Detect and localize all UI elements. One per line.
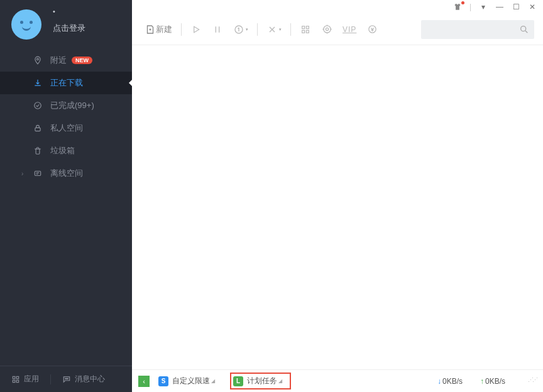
pause-icon xyxy=(212,24,223,35)
statusbar: ‹ S 自定义限速 ◢ L 计划任务 ◢ ↓0KB/s ↑0KB/s ⋰⋰ xyxy=(132,369,543,392)
priority-button[interactable]: ▾ xyxy=(229,21,252,38)
location-icon xyxy=(33,55,43,65)
svg-point-1 xyxy=(35,102,41,109)
sidebar-item-private[interactable]: 私人空间 xyxy=(0,117,132,139)
chevron-right-icon: › xyxy=(21,170,23,177)
profile-area[interactable]: • 点击登录 xyxy=(0,0,132,49)
download-speed: ↓0KB/s xyxy=(437,377,463,386)
new-task-button[interactable]: 新建 xyxy=(141,21,176,38)
new-badge: NEW xyxy=(72,57,92,64)
grid-icon xyxy=(11,375,20,384)
sidebar-item-label: 已完成(99+) xyxy=(50,100,94,111)
collapse-button[interactable]: ‹ xyxy=(138,376,150,387)
x-icon xyxy=(266,24,278,35)
maximize-button[interactable]: ☐ xyxy=(512,3,520,11)
sidebar-item-label: 私人空间 xyxy=(50,122,83,134)
svg-rect-15 xyxy=(306,30,309,33)
schedule-icon: L xyxy=(233,376,243,386)
svg-point-9 xyxy=(66,378,67,379)
svg-point-19 xyxy=(521,26,526,31)
toolbar: 新建 ▾ ▾ VIP xyxy=(132,14,543,45)
coin-button[interactable] xyxy=(363,21,381,38)
profile-dot: • xyxy=(53,8,85,15)
sidebar-item-label: 正在下载 xyxy=(50,77,83,89)
trash-icon xyxy=(33,146,43,156)
plus-file-icon xyxy=(145,24,156,35)
svg-rect-7 xyxy=(16,380,19,383)
sidebar-bottom: 应用 消息中心 xyxy=(0,366,132,392)
highlighted-area: L 计划任务 ◢ xyxy=(230,373,291,389)
speed-limit-button[interactable]: S 自定义限速 ◢ xyxy=(158,376,215,386)
divider xyxy=(290,23,291,36)
corner-icon: ◢ xyxy=(211,378,215,384)
vip-button[interactable]: VIP xyxy=(339,23,360,36)
search-icon xyxy=(519,24,529,35)
divider xyxy=(50,374,51,384)
gear-icon xyxy=(321,24,332,35)
menu-icon[interactable]: ▾ xyxy=(479,3,488,11)
vip-label: VIP xyxy=(343,25,356,34)
svg-rect-6 xyxy=(13,380,15,383)
sidebar-item-offline[interactable]: › 离线空间 xyxy=(0,162,132,185)
messages-button[interactable]: 消息中心 xyxy=(62,374,105,384)
svg-point-10 xyxy=(67,378,68,379)
sidebar-item-completed[interactable]: 已完成(99+) xyxy=(0,94,132,117)
speed-indicators: ↓0KB/s ↑0KB/s ⋰⋰ xyxy=(437,377,537,386)
divider xyxy=(181,23,182,36)
speed-limit-label: 自定义限速 xyxy=(172,376,210,386)
main-area: | ▾ — ☐ ✕ 新建 ▾ ▾ VIP ‹ S 自定义限速 ◢ xyxy=(132,0,543,392)
content-area xyxy=(132,45,543,369)
arrow-down-icon: ↓ xyxy=(437,377,441,386)
search-input[interactable] xyxy=(421,20,534,39)
titlebar: | ▾ — ☐ ✕ xyxy=(132,0,543,14)
chat-icon xyxy=(62,375,71,384)
sidebar: • 点击登录 附近 NEW 正在下载 已完成(99+) 私人空间 垃圾箱 › xyxy=(0,0,132,392)
sidebar-item-label: 附近 xyxy=(50,55,67,66)
divider xyxy=(257,23,258,36)
pause-button[interactable] xyxy=(208,21,227,38)
messages-label: 消息中心 xyxy=(75,374,105,384)
skin-icon[interactable] xyxy=(453,3,462,11)
svg-rect-5 xyxy=(16,376,19,379)
resize-handle[interactable]: ⋰⋰ xyxy=(528,377,537,386)
sidebar-item-label: 垃圾箱 xyxy=(50,145,75,156)
close-button[interactable]: ✕ xyxy=(528,3,537,11)
sidebar-item-downloading[interactable]: 正在下载 xyxy=(0,72,132,94)
corner-icon: ◢ xyxy=(278,378,282,384)
sidebar-item-nearby[interactable]: 附近 NEW xyxy=(0,49,132,72)
play-button[interactable] xyxy=(187,21,206,38)
apps-button[interactable]: 应用 xyxy=(11,374,39,384)
svg-point-0 xyxy=(37,58,39,60)
new-label: 新建 xyxy=(156,24,172,35)
svg-rect-13 xyxy=(306,26,309,28)
apps-label: 应用 xyxy=(24,374,39,384)
svg-rect-14 xyxy=(302,30,305,33)
qrcode-button[interactable] xyxy=(296,21,315,38)
scheduled-label: 计划任务 xyxy=(247,376,277,386)
svg-point-16 xyxy=(323,26,330,33)
download-icon xyxy=(33,78,43,88)
speed-limit-icon: S xyxy=(158,376,168,386)
sidebar-item-label: 离线空间 xyxy=(50,168,83,179)
svg-rect-3 xyxy=(35,172,40,176)
chevron-down-icon: ▾ xyxy=(246,27,248,32)
circle-one-icon xyxy=(233,24,244,35)
delete-button[interactable]: ▾ xyxy=(263,21,285,38)
svg-rect-4 xyxy=(13,376,15,379)
svg-point-17 xyxy=(326,28,328,30)
lock-icon xyxy=(33,123,43,133)
qrcode-icon xyxy=(300,24,311,35)
avatar[interactable] xyxy=(11,9,41,40)
play-icon xyxy=(190,24,202,35)
minimize-button[interactable]: — xyxy=(495,3,504,11)
login-link[interactable]: 点击登录 xyxy=(53,23,85,34)
sidebar-item-trash[interactable]: 垃圾箱 xyxy=(0,139,132,162)
svg-point-8 xyxy=(65,378,66,379)
settings-button[interactable] xyxy=(317,21,336,38)
arrow-up-icon: ↑ xyxy=(480,377,484,386)
check-circle-icon xyxy=(33,101,43,111)
scheduled-task-button[interactable]: L 计划任务 ◢ xyxy=(233,376,282,386)
svg-rect-12 xyxy=(302,26,305,28)
nav-list: 附近 NEW 正在下载 已完成(99+) 私人空间 垃圾箱 › 离线空间 xyxy=(0,49,132,185)
cloud-icon xyxy=(33,168,43,178)
